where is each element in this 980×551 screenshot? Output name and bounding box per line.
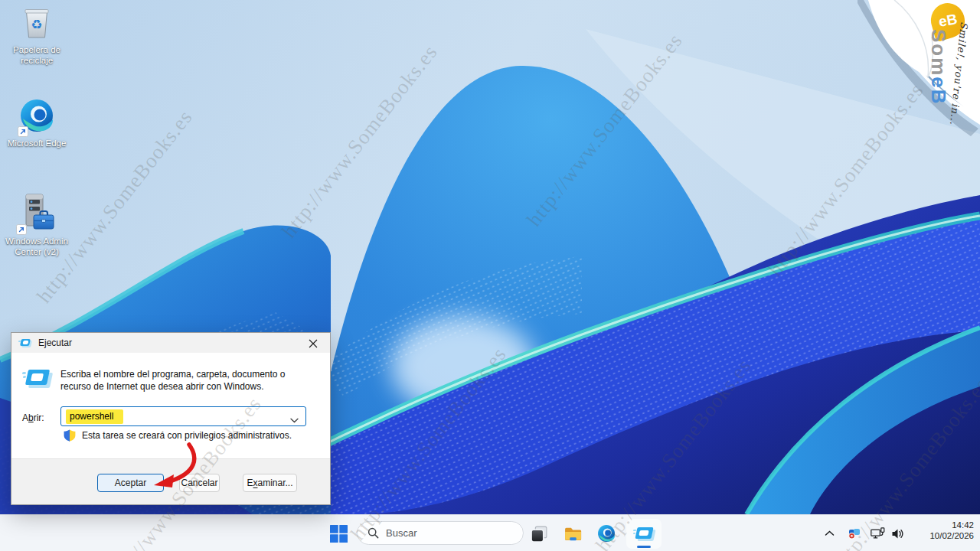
run-window-icon bbox=[19, 338, 32, 347]
open-combobox[interactable]: powershell bbox=[60, 406, 306, 426]
browse-button[interactable]: Examinar... bbox=[243, 474, 297, 492]
close-button[interactable] bbox=[301, 336, 325, 350]
desktop-icon-label: Microsoft Edge bbox=[5, 139, 69, 149]
search-placeholder: Buscar bbox=[386, 527, 416, 539]
desktop-icon-recycle-bin[interactable]: ♻ Papelera de reciclaje bbox=[5, 6, 69, 66]
clock-date: 10/02/2026 bbox=[929, 531, 974, 542]
admin-center-icon bbox=[18, 193, 56, 234]
task-view-button[interactable] bbox=[527, 522, 551, 545]
network-icon[interactable] bbox=[868, 526, 887, 541]
highlighted-input-value: powershell bbox=[66, 409, 123, 424]
desktop-icon-label: Windows Admin Center (v2) bbox=[5, 236, 69, 257]
run-taskbar-button[interactable] bbox=[626, 519, 662, 549]
chevron-up-icon bbox=[825, 530, 835, 536]
ok-button[interactable]: Aceptar bbox=[97, 474, 164, 492]
start-button[interactable] bbox=[325, 519, 352, 548]
combobox-value: powershell bbox=[66, 411, 123, 422]
svg-text:♻: ♻ bbox=[31, 17, 42, 32]
desktop-icon-label: Papelera de reciclaje bbox=[5, 45, 69, 66]
edge-icon bbox=[19, 98, 54, 136]
edge-taskbar-button[interactable] bbox=[594, 522, 619, 545]
desktop-screen: ♻ Papelera de reciclaje Microsoft Edge bbox=[0, 0, 980, 551]
recycle-bin-icon: ♻ bbox=[23, 6, 51, 43]
search-box[interactable]: Buscar bbox=[357, 521, 524, 545]
file-explorer-button[interactable] bbox=[560, 522, 585, 545]
shortcut-arrow-icon bbox=[16, 224, 27, 235]
uac-row: Esta tarea se creará con privilegios adm… bbox=[64, 429, 292, 442]
edge-icon bbox=[597, 524, 616, 543]
uac-shield-icon bbox=[64, 429, 76, 442]
close-icon bbox=[309, 339, 318, 348]
taskbar: Buscar bbox=[0, 514, 980, 551]
dialog-description: Escriba el nombre del programa, carpeta,… bbox=[60, 369, 310, 393]
clock-time: 14:42 bbox=[929, 520, 974, 531]
run-window-icon-large bbox=[22, 369, 53, 390]
shortcut-arrow-icon bbox=[18, 126, 28, 137]
dialog-titlebar: Ejecutar bbox=[11, 333, 330, 353]
volume-icon[interactable] bbox=[888, 526, 906, 541]
cancel-button[interactable]: Cancelar bbox=[179, 474, 220, 492]
clock[interactable]: 14:42 10/02/2026 bbox=[929, 520, 974, 541]
open-label: Abrir: bbox=[22, 412, 44, 423]
desktop-icon-edge[interactable]: Microsoft Edge bbox=[5, 98, 69, 149]
combobox-chevron-icon[interactable] bbox=[290, 415, 299, 425]
task-view-icon bbox=[530, 524, 549, 543]
dialog-title: Ejecutar bbox=[38, 337, 72, 348]
search-icon bbox=[368, 527, 379, 539]
run-window-icon bbox=[633, 527, 655, 542]
hidden-icons-button[interactable] bbox=[821, 526, 838, 541]
folder-icon bbox=[564, 524, 583, 543]
windows-logo-icon bbox=[330, 525, 348, 543]
admin-note: Esta tarea se creará con privilegios adm… bbox=[82, 430, 292, 441]
desktop-icon-admin-center[interactable]: Windows Admin Center (v2) bbox=[5, 193, 69, 257]
active-app-indicator bbox=[637, 546, 651, 548]
admin-center-tray-icon[interactable] bbox=[845, 526, 864, 541]
run-dialog: Ejecutar Escriba el nombre del programa,… bbox=[11, 332, 331, 505]
